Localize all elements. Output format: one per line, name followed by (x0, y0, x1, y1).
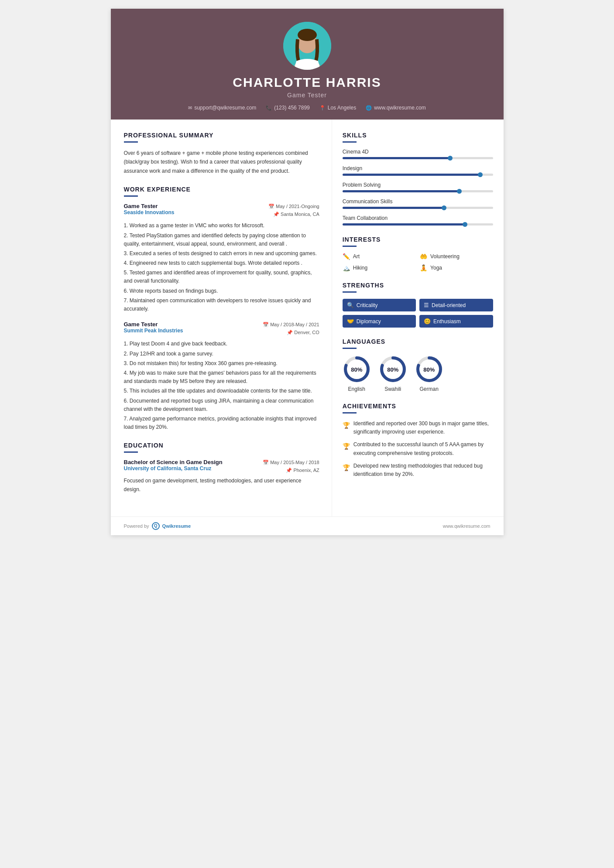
job-1-header: Game Tester Seaside Innovations 📅 May / … (124, 203, 319, 218)
powered-by-label: Powered by (124, 523, 149, 529)
summary-text: Over 6 years of software + game + mobile… (124, 149, 319, 175)
achievements-section: ACHIEVEMENTS 🏆 Identified and reported o… (343, 403, 493, 478)
duty-item: 6. Wrote reports based on findings bugs. (124, 287, 319, 295)
summary-title: PROFESSIONAL SUMMARY (124, 132, 319, 139)
job-1-duties: 1. Worked as a game tester in VMC who wo… (124, 222, 319, 313)
left-column: PROFESSIONAL SUMMARY Over 6 years of sof… (111, 120, 332, 516)
job-2-date: 📅 May / 2018-May / 2021 (263, 321, 319, 329)
body-section: PROFESSIONAL SUMMARY Over 6 years of sof… (111, 120, 504, 516)
duty-item: 4. My job was to make sure that the game… (124, 369, 319, 386)
yoga-icon: 🧘 (420, 264, 427, 271)
skill-indesign: Indesign (343, 165, 493, 176)
strength-detail-oriented: ☰ Detail-oriented (419, 299, 493, 311)
strengths-divider (343, 291, 357, 293)
lang-german-pct: 80% (423, 366, 435, 372)
globe-icon: 🌐 (366, 105, 372, 111)
pin-icon: 📌 (286, 468, 292, 473)
criticality-icon: 🔍 (347, 302, 354, 308)
languages-divider (343, 348, 357, 349)
svg-point-3 (298, 29, 317, 41)
job-1-title: Game Tester (124, 203, 175, 209)
interests-divider (343, 246, 357, 247)
skill-problem-solving: Problem Solving (343, 182, 493, 192)
achievement-1-icon: 🏆 (343, 420, 350, 430)
lang-swahili-name: Swahili (384, 386, 401, 392)
skill-bar-fill (343, 223, 466, 226)
job-1: Game Tester Seaside Innovations 📅 May / … (124, 203, 319, 313)
skill-communication: Communication Skills (343, 198, 493, 209)
strength-enthusiasm: 😊 Enthusiasm (419, 315, 493, 328)
job-2-meta: 📅 May / 2018-May / 2021 📌 Denver, CO (263, 321, 319, 336)
interests-title: INTERESTS (343, 236, 493, 243)
contact-location: 📍 Los Angeles (319, 105, 356, 111)
footer-section: Powered by Q Qwikresume www.qwikresume.c… (111, 516, 504, 535)
interest-volunteering-label: Volunteering (430, 253, 460, 260)
skill-bar-fill (343, 174, 481, 176)
interest-yoga-label: Yoga (430, 265, 442, 271)
pin-icon: 📌 (287, 330, 293, 335)
skill-bar-fill (343, 157, 451, 159)
calendar-icon: 📅 (263, 322, 269, 327)
hiking-icon: 🏔️ (343, 264, 350, 271)
duty-item: 3. Do not mistaken this) for testing Xbo… (124, 359, 319, 368)
duty-item: 1. Worked as a game tester in VMC who wo… (124, 222, 319, 230)
duty-item: 6. Documented and reported bugs using JI… (124, 397, 319, 413)
lang-german: 80% German (415, 355, 443, 392)
duty-item: 5. Tested games and identified areas of … (124, 269, 319, 285)
job-2-location: 📌 Denver, CO (263, 329, 319, 337)
languages-row: 80% English 80% Swahili (343, 355, 493, 392)
header-contact: ✉ support@qwikresume.com 📞 (123) 456 789… (120, 105, 495, 111)
lang-swahili-pct: 80% (387, 366, 398, 372)
header-title: Game Tester (120, 92, 495, 99)
duty-item: 1. Play test Doom 4 and give back feedba… (124, 340, 319, 348)
edu-school: University of California, Santa Cruz (124, 465, 223, 472)
qwikresume-icon: Q (152, 522, 160, 530)
languages-section: LANGUAGES 80% English (343, 338, 493, 392)
interest-yoga: 🧘 Yoga (420, 264, 493, 271)
phone-icon: 📞 (266, 105, 272, 111)
interest-art-label: Art (353, 253, 360, 260)
edu-date: 📅 May / 2015-May / 2018 (263, 459, 319, 467)
summary-section: PROFESSIONAL SUMMARY Over 6 years of sof… (124, 132, 319, 175)
edu-degree: Bachelor of Science in Game Design (124, 459, 223, 465)
lang-english-pct: 80% (351, 366, 362, 372)
languages-title: LANGUAGES (343, 338, 493, 345)
skill-bar-fill (343, 190, 460, 192)
detail-icon: ☰ (424, 302, 429, 308)
calendar-icon: 📅 (263, 460, 269, 465)
achievements-divider (343, 412, 357, 413)
work-experience-divider (124, 195, 138, 197)
footer-website: www.qwikresume.com (443, 523, 491, 529)
achievement-1: 🏆 Identified and reported over 300 bugs … (343, 420, 493, 436)
job-1-meta: 📅 May / 2021-Ongoing 📌 Santa Monica, CA (268, 203, 319, 218)
work-experience-title: WORK EXPERIENCE (124, 186, 319, 193)
skill-bar-bg (343, 190, 493, 192)
interests-section: INTERESTS ✏️ Art 🤲 Volunteering 🏔️ Hikin… (343, 236, 493, 271)
lang-german-name: German (420, 386, 439, 392)
duty-item: 2. Tested PlayStation games and identifi… (124, 232, 319, 248)
skills-title: SKILLS (343, 132, 493, 139)
skill-bar-bg (343, 223, 493, 226)
skill-bar-fill (343, 207, 445, 209)
contact-email: ✉ support@qwikresume.com (188, 105, 256, 111)
lang-swahili: 80% Swahili (379, 355, 407, 392)
skill-cinema4d: Cinema 4D (343, 149, 493, 159)
interest-art: ✏️ Art (343, 253, 415, 260)
edu-left: Bachelor of Science in Game Design Unive… (124, 459, 223, 472)
job-1-date: 📅 May / 2021-Ongoing (268, 203, 319, 211)
location-icon: 📍 (319, 105, 326, 111)
duty-item: 2. Pay 12/HR and took a game survey. (124, 350, 319, 358)
contact-phone: 📞 (123) 456 7899 (266, 105, 309, 111)
header-section: CHARLOTTE HARRIS Game Tester ✉ support@q… (111, 9, 504, 120)
edu-description: Focused on game development, testing met… (124, 477, 319, 493)
work-experience-section: WORK EXPERIENCE Game Tester Seaside Inno… (124, 186, 319, 431)
education-title: EDUCATION (124, 442, 319, 449)
lang-english-circle: 80% (343, 355, 371, 383)
enthusiasm-icon: 😊 (424, 318, 431, 325)
job-1-location: 📌 Santa Monica, CA (268, 211, 319, 219)
right-column: SKILLS Cinema 4D Indesign Problem Solvin… (332, 120, 504, 516)
volunteering-icon: 🤲 (420, 253, 427, 260)
summary-divider (124, 141, 138, 143)
achievement-2-icon: 🏆 (343, 441, 350, 451)
job-2: Game Tester Summit Peak Industries 📅 May… (124, 321, 319, 431)
